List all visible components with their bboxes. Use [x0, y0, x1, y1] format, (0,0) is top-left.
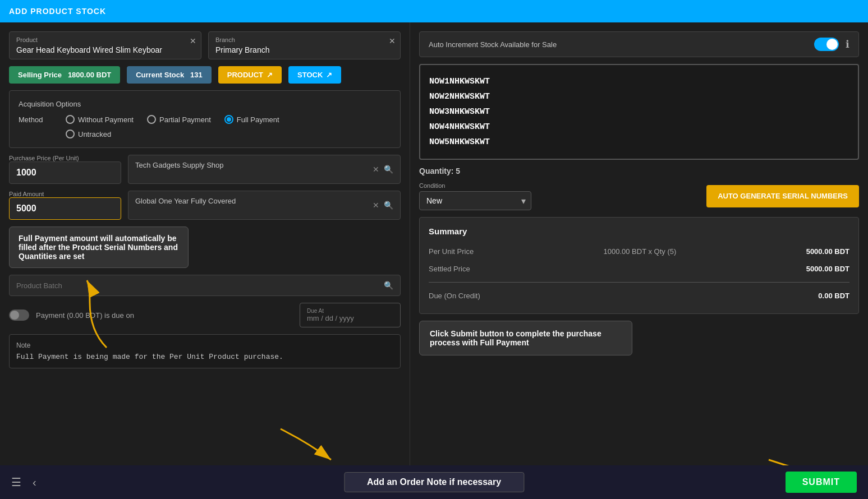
bottom-bar: ☰ ‹ Add an Order Note if necessary SUBMI… — [0, 465, 868, 499]
auto-increment-bar: Auto Increment Stock Available for Sale … — [419, 31, 859, 57]
supplier-search-field[interactable]: Tech Gadgets Supply Shop ✕ 🔍 — [128, 155, 401, 184]
submit-callout-text: Click Submit button to complete the purc… — [430, 329, 601, 347]
supplier-clear-icon[interactable]: ✕ — [373, 165, 379, 174]
current-stock-label: Current Stock — [136, 71, 184, 79]
main-content: Product Gear Head Keyboard Wired Slim Ke… — [0, 22, 868, 465]
batch-input[interactable] — [16, 281, 384, 290]
batch-row: 🔍 — [9, 275, 401, 296]
batch-search-field[interactable]: 🔍 — [9, 275, 401, 296]
payment-due-label: Payment (0.00 BDT) is due on — [36, 311, 134, 320]
radio-without-payment[interactable]: Without Payment — [66, 115, 134, 124]
serial-number-5: NOW5NHKWSKWT — [429, 135, 849, 150]
warranty-value: Global One Year Fully Covered — [135, 197, 236, 205]
info-row: Selling Price 1800.00 BDT Current Stock … — [9, 66, 401, 84]
summary-divider — [429, 282, 849, 283]
condition-select[interactable]: New Used Refurbished — [419, 191, 531, 210]
page-title: ADD PRODUCT STOCK — [9, 7, 106, 16]
branch-value: Primary Branch — [215, 45, 393, 54]
current-stock-value: 131 — [190, 71, 203, 79]
paid-warranty-row: Paid Amount 5000 Global One Year Fully C… — [9, 191, 401, 220]
stock-btn-label: STOCK — [297, 71, 323, 79]
batch-search-icon[interactable]: 🔍 — [384, 281, 393, 290]
due-credit-label: Due (On Credit) — [429, 292, 480, 300]
summary-section: Summary Per Unit Price 1000.00 BDT x Qty… — [419, 217, 859, 314]
product-branch-row: Product Gear Head Keyboard Wired Slim Ke… — [9, 31, 401, 59]
warranty-clear-icon[interactable]: ✕ — [373, 201, 379, 210]
condition-label: Condition — [419, 182, 697, 189]
auto-increment-toggle[interactable] — [814, 38, 839, 51]
auto-increment-label: Auto Increment Stock Available for Sale — [429, 40, 557, 49]
note-title: Note — [16, 341, 393, 349]
radio-full-payment[interactable]: Full Payment — [224, 115, 279, 124]
menu-icon[interactable]: ☰ — [11, 475, 21, 489]
partial-payment-label: Partial Payment — [159, 115, 211, 124]
method-label: Method — [19, 115, 52, 124]
serial-number-3: NOW3NHKWSKWT — [429, 104, 849, 119]
right-panel: Auto Increment Stock Available for Sale … — [410, 22, 868, 465]
condition-group: Condition New Used Refurbished — [419, 182, 697, 210]
product-close-icon[interactable]: ✕ — [190, 36, 196, 45]
bottom-hint-box: Add an Order Note if necessary — [344, 472, 524, 492]
external-link-icon2: ↗ — [326, 71, 332, 79]
submit-callout: Click Submit button to complete the purc… — [419, 321, 632, 355]
stock-button[interactable]: STOCK ↗ — [288, 66, 341, 84]
purchase-price-label: Purchase Price (Per Unit) — [9, 155, 121, 161]
serial-number-2: NOW2NHKWSKWT — [429, 89, 849, 104]
quantity-label: Quantity: 5 — [419, 167, 859, 175]
acquisition-section: Acquisition Options Method Without Payme… — [9, 90, 401, 148]
external-link-icon: ↗ — [267, 71, 273, 79]
purchase-price-input[interactable]: 1000 — [9, 161, 121, 184]
unit-price-calc: 1000.00 BDT x Qty (5) — [604, 247, 677, 256]
bottom-left: ☰ ‹ — [11, 475, 36, 489]
product-button[interactable]: PRODUCT ↗ — [218, 66, 282, 84]
callout-box: Full Payment amount will automatically b… — [9, 227, 189, 268]
paid-amount-label: Paid Amount — [9, 191, 121, 197]
summary-row-unit-price: Per Unit Price 1000.00 BDT x Qty (5) 500… — [429, 243, 849, 260]
auto-gen-label: AUTO GENERATE SERIAL NUMBERS — [718, 192, 848, 200]
radio-partial-payment[interactable]: Partial Payment — [147, 115, 211, 124]
full-payment-label: Full Payment — [237, 115, 279, 124]
paid-amount-group: Paid Amount 5000 — [9, 191, 121, 220]
due-date-field[interactable]: Due At mm / dd / yyyy — [300, 303, 401, 327]
price-supplier-row: Purchase Price (Per Unit) 1000 Tech Gadg… — [9, 155, 401, 184]
branch-label: Branch — [215, 36, 393, 43]
summary-row-settled: Settled Price 5000.00 BDT — [429, 260, 849, 278]
left-panel: Product Gear Head Keyboard Wired Slim Ke… — [0, 22, 410, 465]
warranty-search-icon[interactable]: 🔍 — [384, 201, 393, 210]
radio-circle-partial — [147, 115, 156, 124]
info-icon[interactable]: ℹ — [846, 38, 849, 50]
selling-price-label: Selling Price — [18, 71, 62, 79]
selling-price-value: 1800.00 BDT — [68, 71, 111, 79]
radio-untracked[interactable]: Untracked — [66, 130, 111, 138]
submit-button[interactable]: SUBMIT — [786, 472, 857, 493]
summary-row-due: Due (On Credit) 0.00 BDT — [429, 287, 849, 304]
warranty-search-field[interactable]: Global One Year Fully Covered ✕ 🔍 — [128, 191, 401, 220]
branch-close-icon[interactable]: ✕ — [389, 36, 396, 45]
purchase-price-group: Purchase Price (Per Unit) 1000 — [9, 155, 121, 184]
submit-label: SUBMIT — [802, 477, 840, 487]
product-field: Product Gear Head Keyboard Wired Slim Ke… — [9, 31, 201, 59]
paid-amount-input[interactable]: 5000 — [9, 197, 121, 220]
callout-text: Full Payment amount will automatically b… — [19, 234, 178, 261]
branch-field: Branch Primary Branch ✕ — [208, 31, 401, 59]
product-value: Gear Head Keyboard Wired Slim Keyboar — [16, 45, 194, 54]
supplier-search-icon[interactable]: 🔍 — [384, 165, 393, 174]
untracked-label: Untracked — [78, 130, 111, 138]
product-label: Product — [16, 36, 194, 43]
current-stock-tag: Current Stock 131 — [127, 66, 212, 84]
due-credit-amount: 0.00 BDT — [818, 292, 849, 300]
back-icon[interactable]: ‹ — [33, 476, 36, 489]
serial-number-1: NOW1NHKWSKWT — [429, 74, 849, 89]
method-row-2: Untracked — [19, 130, 391, 138]
summary-title: Summary — [429, 227, 849, 236]
settled-price-amount: 5000.00 BDT — [806, 265, 849, 273]
auto-generate-button[interactable]: AUTO GENERATE SERIAL NUMBERS — [706, 185, 859, 208]
serial-numbers-box: NOW1NHKWSKWT NOW2NHKWSKWT NOW3NHKWSKWT N… — [419, 64, 859, 160]
without-payment-label: Without Payment — [78, 115, 134, 124]
unit-price-amount: 5000.00 BDT — [806, 247, 849, 256]
selling-price-tag: Selling Price 1800.00 BDT — [9, 66, 120, 84]
condition-select-wrapper: New Used Refurbished — [419, 191, 531, 210]
method-row-1: Method Without Payment Partial Payment F… — [19, 115, 391, 124]
payment-due-toggle[interactable] — [9, 309, 29, 321]
supplier-value: Tech Gadgets Supply Shop — [135, 161, 224, 169]
